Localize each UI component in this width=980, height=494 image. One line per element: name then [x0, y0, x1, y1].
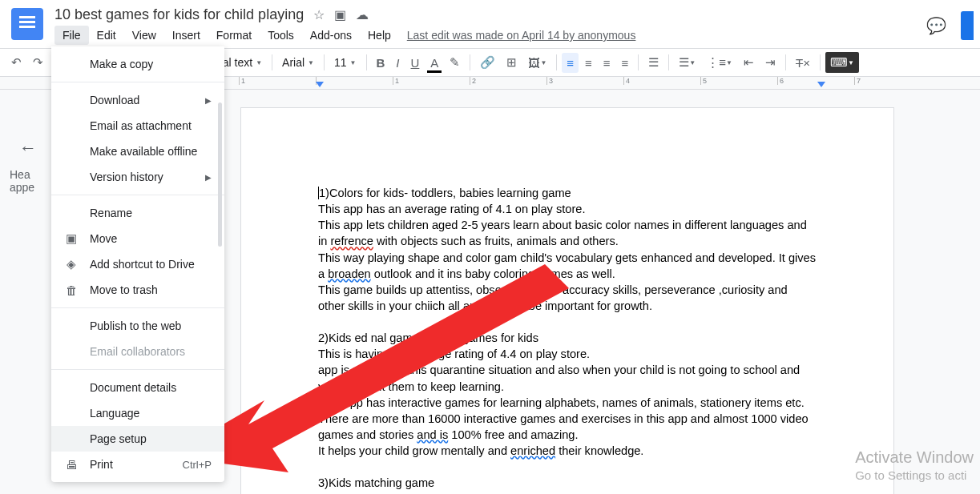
menu-version-history[interactable]: Version history▶: [51, 164, 224, 190]
doc-line[interactable]: This app lets children aged 2-5 years le…: [318, 217, 817, 249]
doc-line[interactable]: app is perfect for this quarantine situa…: [318, 362, 817, 394]
menu-view[interactable]: View: [124, 26, 164, 45]
insert-link-button[interactable]: 🔗: [475, 52, 500, 73]
doc-line[interactable]: [318, 459, 817, 475]
star-icon[interactable]: ☆: [313, 7, 325, 22]
title-icons: ☆ ▣ ☁: [313, 7, 369, 22]
menu-email-collaborators: Email collaborators: [51, 339, 224, 364]
doc-line[interactable]: There are more than 16000 interactive ga…: [318, 411, 817, 443]
left-indent-marker[interactable]: [316, 82, 324, 87]
doc-line[interactable]: 2)Kids ed nal game,english games for kid…: [318, 330, 817, 346]
menu-publish-web[interactable]: Publish to the web: [51, 313, 224, 339]
move-folder-icon[interactable]: ▣: [334, 7, 346, 22]
align-center-button[interactable]: ≡: [580, 53, 597, 73]
insert-comment-button[interactable]: ⊞: [502, 52, 522, 73]
doc-line[interactable]: It helps your child grow mentally and en…: [318, 443, 817, 459]
menu-add-shortcut[interactable]: ◈Add shortcut to Drive: [51, 251, 224, 277]
menu-scrollbar[interactable]: [218, 102, 222, 247]
italic-button[interactable]: I: [391, 53, 404, 73]
document-title[interactable]: 10 best games for kids for child playing: [54, 6, 304, 23]
undo-button[interactable]: ↶: [6, 52, 26, 73]
chevron-down-icon: ▼: [256, 59, 262, 66]
back-arrow-icon[interactable]: ←: [19, 138, 45, 159]
separator: [638, 54, 639, 70]
align-justify-button[interactable]: ≡: [617, 53, 634, 73]
menu-print[interactable]: 🖶PrintCtrl+P: [51, 452, 224, 477]
increase-indent-button[interactable]: ⇥: [760, 52, 780, 73]
menu-rename[interactable]: Rename: [51, 200, 224, 226]
doc-line[interactable]: 1)Colors for kids- toddlers, babies lear…: [318, 185, 817, 201]
ruler-mark: 1: [239, 77, 316, 85]
menu-edit[interactable]: Edit: [89, 26, 124, 45]
doc-line[interactable]: This app has interactive games for learn…: [318, 395, 817, 411]
separator: [272, 54, 272, 70]
underline-button[interactable]: U: [406, 53, 425, 73]
menu-language[interactable]: Language: [51, 400, 224, 426]
menu-help[interactable]: Help: [360, 26, 399, 45]
bulleted-list-button[interactable]: ⋮≡▼: [702, 52, 737, 73]
font-size-label: 11: [334, 56, 347, 69]
doc-line[interactable]: This game builds up attentiss, observati…: [318, 282, 817, 314]
decrease-indent-button[interactable]: ⇤: [739, 52, 759, 73]
document-page[interactable]: 1)Colors for kids- toddlers, babies lear…: [240, 107, 894, 494]
separator: [785, 54, 786, 70]
doc-line[interactable]: This way playing shape and color gam chi…: [318, 250, 817, 282]
menu-separator: [51, 307, 224, 308]
menu-addons[interactable]: Add-ons: [302, 26, 360, 45]
menu-tools[interactable]: Tools: [260, 26, 302, 45]
separator: [366, 54, 367, 70]
outline-hint: appe: [6, 181, 45, 194]
ruler-mark: 1: [393, 77, 470, 85]
highlight-button[interactable]: ✎: [445, 52, 465, 73]
watermark-title: Activate Window: [855, 447, 974, 468]
drive-shortcut-icon: ◈: [64, 257, 79, 271]
ruler-mark: 5: [700, 77, 777, 85]
shortcut-label: Ctrl+P: [183, 459, 212, 471]
outline-panel: ← Hea appe: [0, 90, 51, 494]
bold-button[interactable]: B: [372, 53, 390, 73]
submenu-arrow-icon: ▶: [205, 173, 212, 182]
menu-download[interactable]: Download▶: [51, 87, 224, 113]
doc-line[interactable]: This app has an average rating of 4.1 on…: [318, 201, 817, 217]
chevron-down-icon: ▼: [350, 59, 357, 66]
redo-button[interactable]: ↷: [28, 52, 48, 73]
menu-make-copy[interactable]: Make a copy: [51, 51, 224, 77]
comments-icon[interactable]: 💬: [926, 16, 946, 35]
ruler-scale: 1 1 2 3 4 5 6 7: [239, 77, 980, 85]
app-header: 10 best games for kids for child playing…: [0, 0, 980, 48]
menu-document-details[interactable]: Document details: [51, 375, 224, 400]
menu-insert[interactable]: Insert: [164, 26, 208, 45]
menu-file[interactable]: File: [54, 26, 89, 45]
menu-separator: [51, 195, 224, 195]
separator: [556, 54, 557, 70]
doc-line[interactable]: [318, 314, 817, 330]
file-dropdown-menu: Make a copy Download▶ Email as attachmen…: [51, 46, 224, 482]
cloud-status-icon[interactable]: ☁: [356, 7, 369, 22]
menu-move-trash[interactable]: 🗑Move to trash: [51, 277, 224, 303]
menu-page-setup[interactable]: Page setup: [51, 426, 224, 452]
menu-email-attachment[interactable]: Email as attachment: [51, 113, 224, 139]
text-color-button[interactable]: A: [425, 53, 443, 73]
clear-formatting-button[interactable]: T×: [791, 53, 815, 73]
font-size-select[interactable]: 11 ▼: [329, 54, 361, 70]
doc-line[interactable]: 3)Kids matching game: [318, 475, 817, 491]
menu-format[interactable]: Format: [208, 26, 260, 45]
input-tools-button[interactable]: ⌨▼: [825, 52, 859, 73]
menu-make-offline[interactable]: Make available offline: [51, 139, 224, 164]
share-button-partial[interactable]: [961, 11, 974, 40]
title-row: 10 best games for kids for child playing…: [54, 5, 980, 24]
menu-move[interactable]: ▣Move: [51, 226, 224, 251]
right-indent-marker[interactable]: [817, 82, 825, 87]
doc-line[interactable]: This is having an average rating of 4.4 …: [318, 346, 817, 362]
font-family-select[interactable]: Arial ▼: [277, 54, 319, 70]
line-spacing-button[interactable]: ☰: [643, 52, 663, 73]
windows-watermark: Activate Window Go to Settings to acti: [855, 447, 974, 484]
align-left-button[interactable]: ≡: [562, 53, 579, 73]
docs-logo-icon[interactable]: [11, 8, 43, 40]
checklist-button[interactable]: ☰▼: [674, 52, 700, 73]
insert-image-button[interactable]: 🖼▼: [523, 53, 551, 73]
align-right-button[interactable]: ≡: [599, 53, 615, 73]
doc-line[interactable]: This game has an average rating of 3.9 o…: [318, 491, 817, 494]
chevron-down-icon: ▼: [308, 59, 314, 66]
last-edit-link[interactable]: Last edit was made on April 14 by anonym…: [407, 29, 636, 42]
